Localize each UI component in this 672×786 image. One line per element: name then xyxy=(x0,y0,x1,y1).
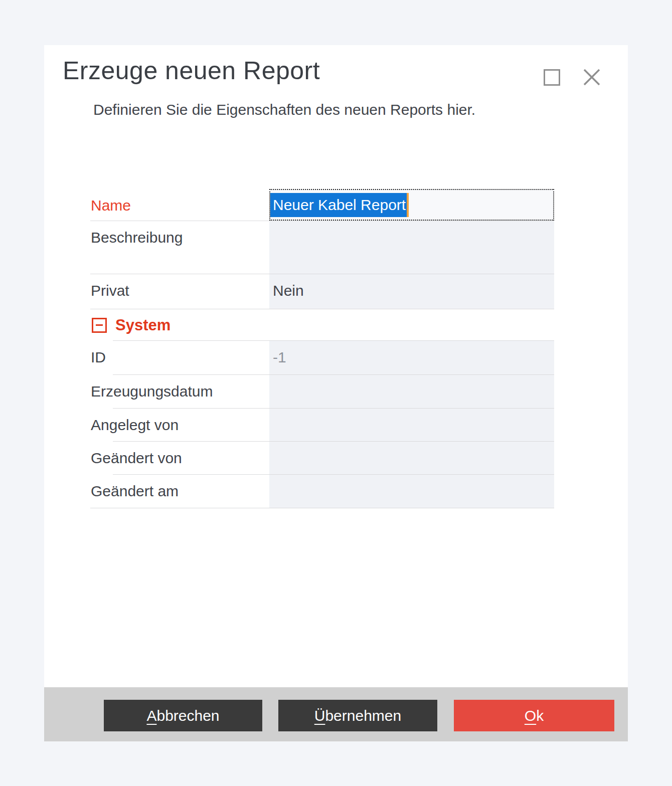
footer-button-ok[interactable]: Ok xyxy=(454,700,614,731)
footer-button-abbrechen[interactable]: Abbrechen xyxy=(104,700,262,731)
property-row-erzeugungsdatum: Erzeugungsdatum xyxy=(90,375,554,409)
property-label-id: ID xyxy=(90,341,269,375)
property-value-name[interactable]: Neuer Kabel Report xyxy=(269,189,554,221)
text-caret xyxy=(407,193,409,217)
property-label-privat: Privat xyxy=(90,274,269,309)
property-row-beschreibung: Beschreibung xyxy=(90,221,554,274)
property-label-geandert-von: Geändert von xyxy=(90,442,269,475)
group-row-system: System xyxy=(90,309,554,341)
property-value-beschreibung[interactable] xyxy=(269,221,554,274)
footer-button-ubernehmen[interactable]: Übernehmen xyxy=(278,700,437,731)
property-row-geandert-von: Geändert von xyxy=(90,442,554,475)
group-label: System xyxy=(115,316,171,334)
property-value-privat[interactable]: Nein xyxy=(269,274,554,309)
maximize-icon xyxy=(544,69,560,86)
collapse-button[interactable] xyxy=(92,318,107,333)
property-value-angelegt-von[interactable] xyxy=(269,409,554,442)
property-value-erzeugungsdatum[interactable] xyxy=(269,375,554,409)
property-label-angelegt-von: Angelegt von xyxy=(90,409,269,442)
selected-text: Neuer Kabel Report xyxy=(270,193,407,217)
footer-bar: AbbrechenÜbernehmenOk xyxy=(44,687,628,741)
property-value-geandert-von[interactable] xyxy=(269,442,554,475)
property-label-geandert-am: Geändert am xyxy=(90,475,269,508)
property-row-geandert-am: Geändert am xyxy=(90,475,554,508)
property-label-name: Name xyxy=(90,189,269,221)
create-report-dialog: Erzeuge neuen Report Definieren Sie die … xyxy=(44,45,628,741)
property-value-geandert-am[interactable] xyxy=(269,475,554,508)
property-row-angelegt-von: Angelegt von xyxy=(90,409,554,442)
desktop-background: { "window": { "title": "Erzeuge neuen Re… xyxy=(0,0,672,786)
property-row-id: ID-1 xyxy=(90,341,554,375)
property-label-erzeugungsdatum: Erzeugungsdatum xyxy=(90,375,269,409)
property-row-privat: PrivatNein xyxy=(90,274,554,309)
maximize-button[interactable] xyxy=(541,66,563,88)
property-grid: NameNeuer Kabel ReportBeschreibungPrivat… xyxy=(90,189,554,508)
dialog-subtitle: Definieren Sie die Eigenschaften des neu… xyxy=(93,101,475,118)
close-button[interactable] xyxy=(581,66,603,88)
dialog-title: Erzeuge neuen Report xyxy=(63,56,320,85)
property-row-name: NameNeuer Kabel Report xyxy=(90,189,554,221)
close-icon xyxy=(581,66,603,88)
property-label-beschreibung: Beschreibung xyxy=(90,221,269,274)
minus-icon xyxy=(96,324,103,326)
property-value-id: -1 xyxy=(269,341,554,375)
